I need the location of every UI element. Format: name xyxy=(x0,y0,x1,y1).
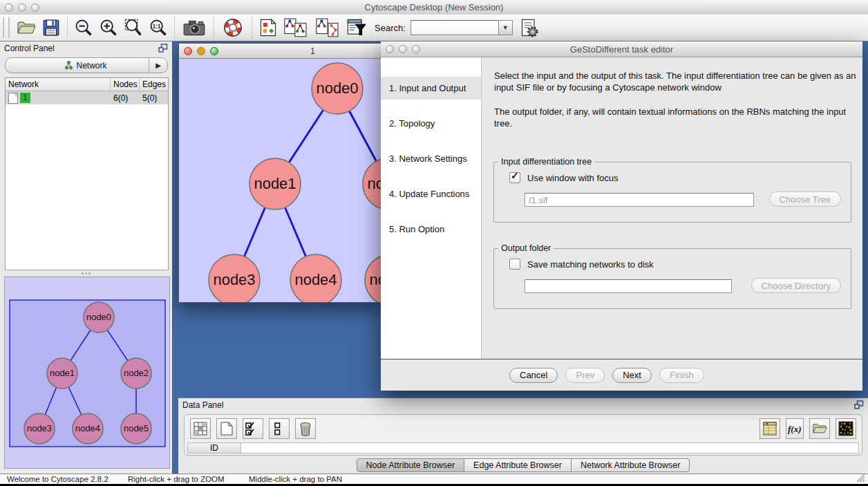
zoom-in-icon[interactable] xyxy=(96,16,121,39)
document-icon xyxy=(8,93,18,104)
wizard-step-5[interactable]: 5. Run Option xyxy=(381,218,481,241)
tab-network-attribute-browser[interactable]: Network Attribute Browser xyxy=(572,458,690,472)
output-folder-group: Output folder Save matching networks to … xyxy=(493,248,851,309)
main-toolbar: 1:1 Search: ▼ xyxy=(0,15,868,41)
column-header-edges[interactable]: Edges xyxy=(140,78,168,91)
network-window-title-bar[interactable]: 1 xyxy=(179,44,381,59)
network-tree-icon xyxy=(65,61,73,70)
search-input[interactable] xyxy=(411,20,499,35)
float-panel-icon[interactable] xyxy=(854,400,864,409)
use-window-with-focus-checkbox[interactable] xyxy=(509,172,520,183)
node-label-node2: node2 xyxy=(124,368,149,378)
toolbar-separator xyxy=(67,17,68,39)
window-close-icon[interactable] xyxy=(184,47,192,55)
data-panel: Data Panel xyxy=(178,398,868,474)
status-welcome: Welcome to Cytoscape 2.8.2 xyxy=(7,475,128,483)
tab-network[interactable]: Network ▶ xyxy=(5,57,168,73)
panel-splitter-handle[interactable] xyxy=(82,272,91,276)
resize-grip-icon[interactable] xyxy=(856,474,865,483)
help-lifering-icon[interactable] xyxy=(218,16,248,39)
node-label-node4: node4 xyxy=(75,423,100,433)
dialog-intro-text-1: Select the input and the output of this … xyxy=(494,70,860,93)
prev-button[interactable]: Prev xyxy=(565,368,605,383)
next-button[interactable]: Next xyxy=(612,368,652,383)
delete-attribute-trash-icon[interactable] xyxy=(295,418,316,439)
status-pan-hint: Middle-click + drag to PAN xyxy=(249,475,342,483)
search-area: Search: ▼ xyxy=(375,20,513,35)
status-zoom-hint: Right-click + drag to ZOOM xyxy=(128,475,249,483)
zoom-actual-icon[interactable]: 1:1 xyxy=(146,16,171,39)
network-view-window: 1 node0node1node2node3node4node5 xyxy=(178,43,381,303)
data-panel-header: Data Panel xyxy=(178,398,868,411)
app-title: Cytoscape Desktop (New Session) xyxy=(0,2,868,12)
snapshot-camera-icon[interactable] xyxy=(178,16,210,39)
wizard-step-4[interactable]: 4. Update Functions xyxy=(381,183,481,205)
node-label-node1: node1 xyxy=(50,368,75,378)
import-network-alt-icon[interactable] xyxy=(312,16,344,39)
function-builder-fx-icon[interactable]: f(x) xyxy=(786,418,804,439)
dialog-title: GeStoDifferent task editor xyxy=(381,44,862,55)
unselect-attributes-icon[interactable] xyxy=(269,418,290,439)
wizard-step-2[interactable]: 2. Topology xyxy=(381,112,481,135)
output-folder-field[interactable] xyxy=(525,279,732,293)
node-label-node5: node5 xyxy=(124,423,149,433)
zoom-selected-icon[interactable] xyxy=(121,16,146,39)
column-header-nodes[interactable]: Nodes xyxy=(111,78,140,91)
svg-text:1:1: 1:1 xyxy=(153,24,161,30)
vizmapper-icon[interactable] xyxy=(256,16,281,39)
network-table-header[interactable]: NetworkNodesEdges xyxy=(6,78,168,91)
toolbar-separator xyxy=(252,17,252,39)
save-networks-label: Save matching networks to disk xyxy=(527,259,654,270)
zoom-out-icon[interactable] xyxy=(71,16,96,39)
cancel-button[interactable]: Cancel xyxy=(509,368,558,383)
select-attributes-checklist-icon[interactable] xyxy=(243,418,263,439)
attribute-grid-icon[interactable] xyxy=(190,418,211,439)
toolbar-separator xyxy=(174,17,175,39)
svg-text:f(x): f(x) xyxy=(788,424,802,434)
attribute-table-empty-row[interactable] xyxy=(241,442,859,454)
tab-node-attribute-browser[interactable]: Node Attribute Browser xyxy=(357,458,465,472)
open-icon[interactable] xyxy=(14,16,39,39)
network-canvas[interactable]: node0node1node2node3node4node5 xyxy=(179,59,381,303)
attribute-browser-tabs: Node Attribute BrowserEdge Attribute Bro… xyxy=(178,458,868,472)
new-attribute-doc-icon[interactable] xyxy=(216,418,237,439)
network-tab-label: Network xyxy=(23,61,149,71)
save-icon[interactable] xyxy=(39,16,64,39)
toolbar-drag-handle[interactable] xyxy=(3,17,10,38)
wizard-step-3[interactable]: 3. Network Settings xyxy=(381,147,481,170)
node-label-node4: node4 xyxy=(294,271,337,288)
column-header-network[interactable]: Network xyxy=(6,78,111,91)
node-label-node0: node0 xyxy=(86,312,111,322)
import-attributes-folder-icon[interactable] xyxy=(809,418,830,439)
search-dropdown-arrow-icon[interactable]: ▼ xyxy=(499,20,513,35)
import-network-icon[interactable] xyxy=(281,16,312,39)
id-column-header[interactable]: ID xyxy=(187,442,241,454)
wizard-step-content: Select the input and the output of this … xyxy=(482,57,862,359)
choose-directory-button[interactable]: Choose Directory xyxy=(751,278,841,293)
search-label: Search: xyxy=(375,23,406,33)
filter-icon[interactable] xyxy=(344,16,369,39)
tab-overflow-arrow-icon[interactable]: ▶ xyxy=(149,58,167,73)
attribute-table-select-icon[interactable] xyxy=(760,418,780,439)
wizard-step-1[interactable]: 1. Input and Output xyxy=(381,77,481,100)
choose-tree-button[interactable]: Choose Tree xyxy=(769,191,841,207)
dialog-title-bar[interactable]: GeStoDifferent task editor xyxy=(381,41,862,57)
finish-button[interactable]: Finish xyxy=(659,368,704,383)
float-panel-icon[interactable] xyxy=(158,44,168,53)
control-panel: Control Panel Network ▶ NetworkNodesEdge… xyxy=(0,41,173,474)
import-expression-matrix-icon[interactable] xyxy=(836,418,856,439)
wizard-steps-panel: 1. Input and Output2. Topology3. Network… xyxy=(381,57,482,359)
node-label-node0: node0 xyxy=(316,80,358,97)
window-zoom-icon[interactable] xyxy=(210,47,218,55)
link-database-icon[interactable] xyxy=(517,16,542,39)
window-minimize-icon[interactable] xyxy=(197,47,205,55)
data-panel-title: Data Panel xyxy=(182,400,854,410)
birds-eye-view[interactable]: node0node1node2node3node4node5 xyxy=(4,277,170,469)
network-table-row[interactable]: 16(0)5(0) xyxy=(6,91,168,104)
input-tree-field[interactable] xyxy=(525,193,754,207)
save-networks-checkbox[interactable] xyxy=(509,259,520,270)
tab-edge-attribute-browser[interactable]: Edge Attribute Browser xyxy=(464,458,572,472)
status-bar: Welcome to Cytoscape 2.8.2 Right-click +… xyxy=(0,474,868,484)
output-group-title: Output folder xyxy=(498,243,554,253)
node-label-node2: node2 xyxy=(367,175,381,192)
